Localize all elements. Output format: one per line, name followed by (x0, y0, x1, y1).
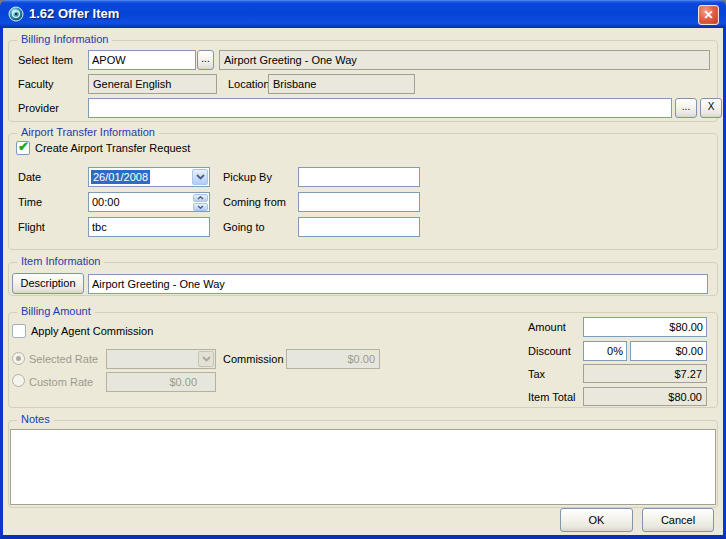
pickup-by-label: Pickup By (223, 167, 272, 187)
tax-readonly: $7.27 (583, 364, 707, 383)
description-input[interactable] (88, 274, 708, 294)
custom-rate-field: $0.00 (106, 372, 216, 392)
select-item-browse-button[interactable]: ... (197, 50, 214, 70)
title-bar: 1.62 Offer Item ✕ (0, 0, 726, 28)
commission-field: $0.00 (286, 349, 380, 369)
tax-label: Tax (528, 364, 545, 384)
description-button[interactable]: Description (12, 273, 84, 294)
create-transfer-label: Create Airport Transfer Request (35, 138, 190, 158)
chevron-down-icon (196, 174, 205, 180)
select-item-input[interactable] (88, 50, 196, 70)
discount-label: Discount (528, 341, 571, 361)
cancel-button[interactable]: Cancel (642, 508, 714, 532)
flight-input[interactable] (88, 217, 210, 237)
location-label: Location (228, 74, 270, 94)
chevron-up-icon (197, 196, 204, 200)
commission-label: Commission (223, 349, 284, 369)
provider-input[interactable] (88, 98, 672, 118)
close-icon: ✕ (703, 8, 713, 22)
time-spinner-field[interactable]: 00:00 (88, 192, 210, 212)
notes-title: Notes (17, 413, 54, 425)
selected-rate-label: Selected Rate (29, 349, 98, 369)
custom-rate-radio[interactable] (12, 374, 25, 387)
coming-from-input[interactable] (298, 192, 420, 212)
select-item-label: Select Item (18, 50, 73, 70)
selected-rate-combobox (106, 349, 216, 369)
app-globe-icon (8, 6, 24, 22)
discount-amount-input[interactable] (630, 341, 707, 361)
selected-rate-radio[interactable] (12, 352, 25, 365)
provider-label: Provider (18, 98, 59, 118)
apply-commission-label: Apply Agent Commission (31, 321, 153, 341)
close-button[interactable]: ✕ (698, 5, 719, 25)
flight-label: Flight (18, 217, 45, 237)
date-label: Date (18, 167, 41, 187)
billing-amount-title: Billing Amount (17, 305, 95, 317)
location-readonly: Brisbane (268, 74, 415, 94)
coming-from-label: Coming from (223, 192, 286, 212)
provider-clear-button[interactable]: X (700, 98, 722, 118)
item-information-title: Item Information (17, 255, 104, 267)
item-description-readonly: Airport Greeting - One Way (219, 50, 710, 70)
time-down-button[interactable] (193, 203, 208, 211)
pickup-by-input[interactable] (298, 167, 420, 187)
offer-item-dialog: 1.62 Offer Item ✕ Billing Information Se… (0, 0, 726, 539)
time-label: Time (18, 192, 42, 212)
create-transfer-checkbox[interactable]: ✔ (16, 141, 30, 155)
time-up-button[interactable] (193, 194, 208, 202)
going-to-label: Going to (223, 217, 265, 237)
notes-textarea[interactable] (10, 429, 716, 505)
chevron-down-icon (202, 356, 211, 362)
discount-percent-input[interactable] (583, 341, 627, 361)
amount-label: Amount (528, 317, 566, 337)
airport-transfer-title: Airport Transfer Information (17, 126, 159, 138)
provider-browse-button[interactable]: ... (675, 98, 697, 118)
billing-information-title: Billing Information (17, 33, 112, 45)
amount-input[interactable] (583, 317, 707, 337)
going-to-input[interactable] (298, 217, 420, 237)
date-combobox[interactable]: 26/01/2008 (88, 167, 210, 187)
item-total-label: Item Total (528, 387, 576, 407)
chevron-down-icon (197, 205, 204, 209)
apply-commission-checkbox[interactable] (12, 324, 26, 338)
date-value: 26/01/2008 (91, 170, 150, 184)
ok-button[interactable]: OK (560, 508, 633, 532)
selected-rate-dropdown-button (198, 351, 214, 367)
custom-rate-label: Custom Rate (29, 372, 93, 392)
window-title: 1.62 Offer Item (29, 0, 119, 28)
check-icon: ✔ (18, 139, 29, 154)
faculty-readonly: General English (88, 74, 217, 94)
date-dropdown-button[interactable] (192, 169, 208, 185)
faculty-label: Faculty (18, 74, 53, 94)
time-value: 00:00 (92, 195, 120, 209)
item-total-readonly: $80.00 (583, 387, 707, 406)
